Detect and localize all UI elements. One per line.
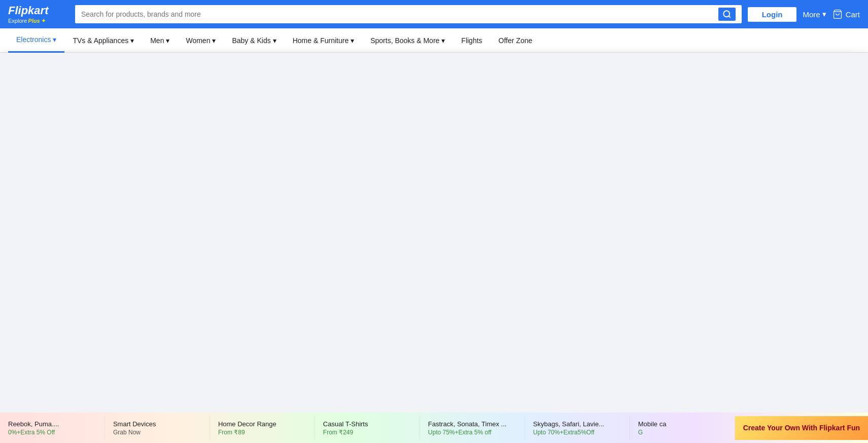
nav-tvs-appliances[interactable]: TVs & Appliances ▾	[64, 28, 142, 53]
nav-bar: Electronics ▾ TVs & Appliances ▾ Men ▾ W…	[0, 28, 868, 53]
electronics-chevron-icon: ▾	[53, 35, 56, 44]
search-input[interactable]	[81, 10, 714, 18]
more-chevron-icon: ▾	[822, 10, 826, 19]
logo-plus: Plus	[28, 18, 40, 24]
search-bar	[75, 5, 742, 23]
more-label: More	[803, 10, 820, 19]
tvs-chevron-icon: ▾	[130, 36, 134, 45]
nav-sports-books[interactable]: Sports, Books & More ▾	[362, 28, 453, 53]
logo-explore: Explore	[8, 18, 27, 24]
logo-area: Flipkart Explore Plus ✦	[8, 4, 69, 24]
search-icon	[722, 10, 732, 19]
nav-electronics[interactable]: Electronics ▾	[8, 28, 64, 53]
nav-flights[interactable]: Flights	[453, 28, 490, 53]
nav-offer-zone[interactable]: Offer Zone	[491, 28, 541, 53]
men-chevron-icon: ▾	[166, 36, 169, 45]
cart-button[interactable]: Cart	[832, 9, 860, 19]
more-menu[interactable]: More ▾	[803, 10, 826, 19]
nav-home-furniture[interactable]: Home & Furniture ▾	[285, 28, 362, 53]
search-button[interactable]	[718, 8, 736, 21]
sports-chevron-icon: ▾	[441, 36, 445, 45]
baby-chevron-icon: ▾	[273, 36, 276, 45]
home-chevron-icon: ▾	[351, 36, 354, 45]
logo-tagline: Explore Plus ✦	[8, 17, 69, 24]
plus-icon: ✦	[41, 17, 46, 24]
women-chevron-icon: ▾	[212, 36, 216, 45]
nav-baby-kids[interactable]: Baby & Kids ▾	[224, 28, 284, 53]
header: Flipkart Explore Plus ✦ Login More ▾ Car…	[0, 0, 868, 28]
nav-men[interactable]: Men ▾	[142, 28, 178, 53]
nav-women[interactable]: Women ▾	[178, 28, 224, 53]
cart-icon	[832, 9, 843, 19]
cart-label: Cart	[846, 10, 860, 19]
logo-text: Flipkart	[8, 4, 69, 17]
login-button[interactable]: Login	[748, 7, 797, 22]
